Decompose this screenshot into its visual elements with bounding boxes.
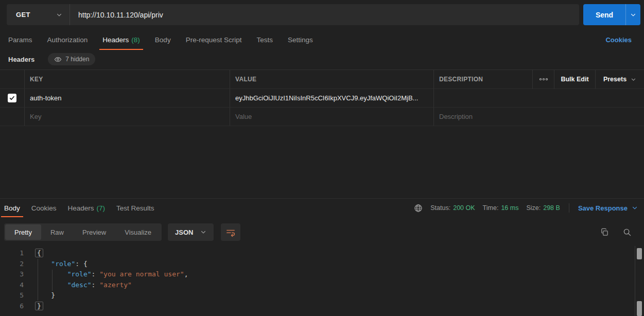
presets-dropdown[interactable]: Presets <box>596 70 644 89</box>
code-line: 1{ <box>0 248 635 259</box>
method-label: GET <box>16 11 30 19</box>
view-mode-preview[interactable]: Preview <box>73 224 115 240</box>
check-icon <box>9 95 15 101</box>
request-tabs: Params Authorization Headers (8) Body Pr… <box>0 30 644 50</box>
tab-settings[interactable]: Settings <box>288 30 313 50</box>
more-dots-icon <box>539 78 548 81</box>
cookies-link[interactable]: Cookies <box>605 36 644 44</box>
chevron-down-icon <box>630 12 636 18</box>
column-description: DESCRIPTION <box>434 70 533 89</box>
line-text: { <box>35 248 43 259</box>
url-input[interactable]: http://10.10.11.120/api/priv <box>69 4 579 25</box>
tab-pre-request-script[interactable]: Pre-request Script <box>186 30 242 50</box>
code-lines: 1{2 "role": {3 "role": "you are normal u… <box>0 248 635 312</box>
code-line: 5 } <box>0 290 635 301</box>
line-text: "desc": "azerty" <box>35 280 132 291</box>
send-button-group: Send <box>583 4 640 25</box>
time-value: 16 ms <box>501 204 518 212</box>
chevron-down-icon <box>200 229 206 235</box>
response-tab-body[interactable]: Body <box>4 199 20 217</box>
tab-body[interactable]: Body <box>155 30 171 50</box>
code-line: 6} <box>0 301 635 312</box>
response-tabs: Body Cookies Headers (7) Test Results St… <box>0 199 644 217</box>
line-number: 6 <box>0 301 24 312</box>
send-options-button[interactable] <box>625 4 640 25</box>
header-value-cell[interactable]: eyJhbGciOiJIUzI1NiIsInR5cCI6IkpXVCJ9.eyJ… <box>230 89 434 107</box>
wrap-text-button[interactable] <box>221 223 240 241</box>
network-globe-icon[interactable] <box>414 204 423 213</box>
line-number: 5 <box>0 290 24 301</box>
headers-section-title: Headers <box>8 56 34 63</box>
view-mode-raw[interactable]: Raw <box>41 224 73 240</box>
hidden-headers-label: 7 hidden <box>65 56 89 63</box>
status-value: 200 OK <box>453 204 475 212</box>
line-text: "role": "you are normal user", <box>35 269 188 280</box>
tab-headers[interactable]: Headers (8) <box>102 30 140 50</box>
line-number: 1 <box>0 248 24 259</box>
description-input[interactable]: Description <box>434 108 644 126</box>
postman-request-view: GET http://10.10.11.120/api/priv Send Pa… <box>0 0 644 316</box>
save-response-dropdown[interactable]: Save Response <box>578 204 638 212</box>
indent-guide <box>52 270 53 291</box>
tab-params[interactable]: Params <box>8 30 32 50</box>
tab-authorization[interactable]: Authorization <box>47 30 88 50</box>
row-enabled-checkbox[interactable] <box>8 94 16 102</box>
view-mode-segmented-control: Pretty Raw Preview Visualize <box>4 223 162 241</box>
chevron-down-icon <box>631 77 636 82</box>
view-mode-pretty[interactable]: Pretty <box>5 224 41 240</box>
response-body-code[interactable]: 1{2 "role": {3 "role": "you are normal u… <box>0 246 635 316</box>
divider <box>569 203 569 213</box>
request-bar: GET http://10.10.11.120/api/priv Send <box>7 4 640 25</box>
line-text: } <box>35 301 43 312</box>
send-button[interactable]: Send <box>583 4 625 25</box>
line-number: 2 <box>0 259 24 270</box>
headers-count-badge: (8) <box>131 36 140 44</box>
key-input[interactable]: Key <box>25 108 230 126</box>
response-body-actions <box>600 228 644 237</box>
headers-section-header: Headers 7 hidden <box>0 51 644 67</box>
scrollbar-thumb[interactable] <box>637 248 642 259</box>
line-number: 4 <box>0 280 24 291</box>
header-key-cell[interactable]: auth-token <box>25 89 230 107</box>
response-meta: Status: 200 OK Time: 16 ms Size: 298 B S… <box>414 203 644 213</box>
format-dropdown[interactable]: JSON <box>168 223 214 241</box>
size-value: 298 B <box>543 204 560 212</box>
value-input[interactable]: Value <box>230 108 434 126</box>
response-time: Time: 16 ms <box>483 204 519 212</box>
code-line: 4 "desc": "azerty" <box>0 280 635 291</box>
code-line: 3 "role": "you are normal user", <box>0 269 635 280</box>
response-status: Status: 200 OK <box>430 204 475 212</box>
line-number: 3 <box>0 269 24 280</box>
headers-table-header: KEY VALUE DESCRIPTION Bulk Edit Presets <box>0 70 644 89</box>
response-tab-headers[interactable]: Headers (7) <box>68 199 106 217</box>
header-row-auth-token: auth-token eyJhbGciOiJIUzI1NiIsInR5cCI6I… <box>0 89 644 108</box>
url-value: http://10.10.11.120/api/priv <box>78 11 163 19</box>
code-line: 2 "role": { <box>0 259 635 270</box>
response-view-toolbar: Pretty Raw Preview Visualize JSON <box>0 222 644 242</box>
hidden-headers-toggle[interactable]: 7 hidden <box>48 53 95 65</box>
header-row-empty: Key Value Description <box>0 108 644 126</box>
fold-guide <box>38 259 38 301</box>
column-value: VALUE <box>230 70 434 89</box>
chevron-down-icon <box>632 205 638 211</box>
scrollbar-thumb[interactable] <box>637 301 642 316</box>
headers-table: KEY VALUE DESCRIPTION Bulk Edit Presets … <box>0 69 644 126</box>
more-options-button[interactable] <box>533 70 554 89</box>
response-tab-cookies[interactable]: Cookies <box>31 199 57 217</box>
wrap-text-icon <box>225 227 236 237</box>
response-tab-test-results[interactable]: Test Results <box>116 199 154 217</box>
header-description-cell[interactable] <box>434 89 644 107</box>
search-icon[interactable] <box>623 228 632 237</box>
response-headers-count-badge: (7) <box>97 204 106 212</box>
method-dropdown[interactable]: GET <box>7 4 69 25</box>
scrollbar-track <box>635 246 635 316</box>
copy-icon[interactable] <box>600 228 609 237</box>
line-text: "role": { <box>35 259 88 270</box>
column-key: KEY <box>25 70 230 89</box>
response-size: Size: 298 B <box>526 204 560 212</box>
eye-icon <box>54 56 62 63</box>
chevron-down-icon <box>56 12 62 18</box>
view-mode-visualize[interactable]: Visualize <box>115 224 161 240</box>
tab-tests[interactable]: Tests <box>256 30 273 50</box>
bulk-edit-button[interactable]: Bulk Edit <box>554 70 596 89</box>
